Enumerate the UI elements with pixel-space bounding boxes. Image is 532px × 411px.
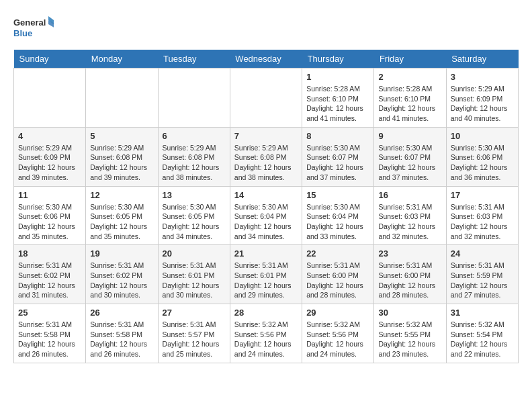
calendar-cell <box>158 68 230 128</box>
calendar-cell: 4Sunrise: 5:29 AM Sunset: 6:09 PM Daylig… <box>14 127 86 186</box>
calendar-cell: 23Sunrise: 5:31 AM Sunset: 6:00 PM Dayli… <box>374 245 446 304</box>
day-number: 8 <box>306 131 369 141</box>
day-number: 14 <box>234 190 298 200</box>
day-info: Sunrise: 5:30 AM Sunset: 6:04 PM Dayligh… <box>306 202 369 242</box>
calendar-cell: 20Sunrise: 5:31 AM Sunset: 6:01 PM Dayli… <box>158 245 230 304</box>
calendar-week-row: 25Sunrise: 5:31 AM Sunset: 5:58 PM Dayli… <box>14 304 519 363</box>
day-number: 19 <box>90 248 153 259</box>
day-info: Sunrise: 5:31 AM Sunset: 6:02 PM Dayligh… <box>18 261 81 300</box>
day-number: 5 <box>90 131 153 141</box>
calendar-week-row: 4Sunrise: 5:29 AM Sunset: 6:09 PM Daylig… <box>14 127 519 186</box>
day-number: 20 <box>163 248 226 259</box>
calendar-cell: 6Sunrise: 5:29 AM Sunset: 6:08 PM Daylig… <box>158 127 230 186</box>
calendar-cell: 19Sunrise: 5:31 AM Sunset: 6:02 PM Dayli… <box>86 245 158 304</box>
day-number: 24 <box>451 248 514 259</box>
day-number: 31 <box>451 308 514 318</box>
calendar-cell: 29Sunrise: 5:32 AM Sunset: 5:56 PM Dayli… <box>302 304 374 363</box>
calendar-table: SundayMondayTuesdayWednesdayThursdayFrid… <box>13 50 519 363</box>
calendar-cell: 10Sunrise: 5:30 AM Sunset: 6:06 PM Dayli… <box>446 127 518 186</box>
day-info: Sunrise: 5:31 AM Sunset: 5:58 PM Dayligh… <box>18 320 81 359</box>
day-number: 9 <box>378 131 441 141</box>
calendar-cell: 12Sunrise: 5:30 AM Sunset: 6:05 PM Dayli… <box>86 186 158 245</box>
day-number: 11 <box>18 190 81 200</box>
weekday-header: Sunday <box>14 50 86 68</box>
calendar-cell: 16Sunrise: 5:31 AM Sunset: 6:03 PM Dayli… <box>374 186 446 245</box>
calendar-cell: 15Sunrise: 5:30 AM Sunset: 6:04 PM Dayli… <box>302 186 374 245</box>
calendar-cell: 17Sunrise: 5:31 AM Sunset: 6:03 PM Dayli… <box>446 186 518 245</box>
day-number: 27 <box>163 308 226 318</box>
weekday-header: Tuesday <box>158 50 230 68</box>
calendar-cell: 14Sunrise: 5:30 AM Sunset: 6:04 PM Dayli… <box>230 186 302 245</box>
day-info: Sunrise: 5:29 AM Sunset: 6:09 PM Dayligh… <box>451 84 514 124</box>
day-number: 13 <box>163 190 226 200</box>
day-number: 12 <box>90 190 153 200</box>
calendar-cell: 28Sunrise: 5:32 AM Sunset: 5:56 PM Dayli… <box>230 304 302 363</box>
calendar-cell: 22Sunrise: 5:31 AM Sunset: 6:00 PM Dayli… <box>302 245 374 304</box>
calendar-cell: 11Sunrise: 5:30 AM Sunset: 6:06 PM Dayli… <box>14 186 86 245</box>
day-number: 4 <box>18 131 81 141</box>
calendar-cell: 1Sunrise: 5:28 AM Sunset: 6:10 PM Daylig… <box>302 68 374 128</box>
day-number: 30 <box>378 308 441 318</box>
calendar-cell: 31Sunrise: 5:32 AM Sunset: 5:54 PM Dayli… <box>446 304 518 363</box>
weekday-header: Thursday <box>302 50 374 68</box>
day-info: Sunrise: 5:31 AM Sunset: 5:57 PM Dayligh… <box>163 320 226 359</box>
weekday-header: Monday <box>86 50 158 68</box>
day-info: Sunrise: 5:31 AM Sunset: 6:03 PM Dayligh… <box>378 202 441 242</box>
day-info: Sunrise: 5:31 AM Sunset: 6:02 PM Dayligh… <box>90 261 153 300</box>
day-info: Sunrise: 5:31 AM Sunset: 6:01 PM Dayligh… <box>234 261 298 300</box>
day-info: Sunrise: 5:30 AM Sunset: 6:07 PM Dayligh… <box>378 143 441 183</box>
logo: General Blue <box>13 13 54 43</box>
day-info: Sunrise: 5:31 AM Sunset: 5:59 PM Dayligh… <box>451 261 514 300</box>
calendar-week-row: 1Sunrise: 5:28 AM Sunset: 6:10 PM Daylig… <box>14 68 519 128</box>
day-info: Sunrise: 5:30 AM Sunset: 6:05 PM Dayligh… <box>90 202 153 242</box>
day-number: 18 <box>18 248 81 259</box>
calendar-cell: 18Sunrise: 5:31 AM Sunset: 6:02 PM Dayli… <box>14 245 86 304</box>
weekday-header-row: SundayMondayTuesdayWednesdayThursdayFrid… <box>14 50 519 68</box>
day-number: 22 <box>306 248 369 259</box>
day-number: 25 <box>18 308 81 318</box>
day-info: Sunrise: 5:31 AM Sunset: 6:00 PM Dayligh… <box>378 261 441 300</box>
day-info: Sunrise: 5:31 AM Sunset: 6:00 PM Dayligh… <box>306 261 369 300</box>
day-info: Sunrise: 5:30 AM Sunset: 6:07 PM Dayligh… <box>306 143 369 183</box>
day-number: 2 <box>378 72 441 82</box>
weekday-header: Saturday <box>446 50 518 68</box>
calendar-cell <box>230 68 302 128</box>
calendar-cell: 25Sunrise: 5:31 AM Sunset: 5:58 PM Dayli… <box>14 304 86 363</box>
calendar-week-row: 11Sunrise: 5:30 AM Sunset: 6:06 PM Dayli… <box>14 186 519 245</box>
day-info: Sunrise: 5:30 AM Sunset: 6:05 PM Dayligh… <box>163 202 226 242</box>
day-number: 17 <box>451 190 514 200</box>
day-info: Sunrise: 5:31 AM Sunset: 6:03 PM Dayligh… <box>451 202 514 242</box>
day-info: Sunrise: 5:32 AM Sunset: 5:54 PM Dayligh… <box>451 320 514 359</box>
day-number: 23 <box>378 248 441 259</box>
day-info: Sunrise: 5:32 AM Sunset: 5:55 PM Dayligh… <box>378 320 441 359</box>
day-info: Sunrise: 5:29 AM Sunset: 6:08 PM Dayligh… <box>234 143 298 183</box>
calendar-cell: 7Sunrise: 5:29 AM Sunset: 6:08 PM Daylig… <box>230 127 302 186</box>
day-info: Sunrise: 5:30 AM Sunset: 6:06 PM Dayligh… <box>18 202 81 242</box>
page-header: General Blue <box>13 13 519 43</box>
calendar-cell: 27Sunrise: 5:31 AM Sunset: 5:57 PM Dayli… <box>158 304 230 363</box>
day-info: Sunrise: 5:32 AM Sunset: 5:56 PM Dayligh… <box>306 320 369 359</box>
svg-text:General: General <box>13 17 46 28</box>
calendar-cell: 30Sunrise: 5:32 AM Sunset: 5:55 PM Dayli… <box>374 304 446 363</box>
calendar-cell: 21Sunrise: 5:31 AM Sunset: 6:01 PM Dayli… <box>230 245 302 304</box>
day-info: Sunrise: 5:32 AM Sunset: 5:56 PM Dayligh… <box>234 320 298 359</box>
calendar-cell <box>86 68 158 128</box>
day-number: 28 <box>234 308 298 318</box>
day-number: 10 <box>451 131 514 141</box>
weekday-header: Friday <box>374 50 446 68</box>
day-number: 26 <box>90 308 153 318</box>
day-number: 21 <box>234 248 298 259</box>
calendar-cell: 9Sunrise: 5:30 AM Sunset: 6:07 PM Daylig… <box>374 127 446 186</box>
day-info: Sunrise: 5:30 AM Sunset: 6:04 PM Dayligh… <box>234 202 298 242</box>
day-number: 29 <box>306 308 369 318</box>
day-info: Sunrise: 5:30 AM Sunset: 6:06 PM Dayligh… <box>451 143 514 183</box>
day-number: 6 <box>163 131 226 141</box>
day-info: Sunrise: 5:29 AM Sunset: 6:08 PM Dayligh… <box>163 143 226 183</box>
day-info: Sunrise: 5:29 AM Sunset: 6:08 PM Dayligh… <box>90 143 153 183</box>
calendar-cell: 2Sunrise: 5:28 AM Sunset: 6:10 PM Daylig… <box>374 68 446 128</box>
svg-text:Blue: Blue <box>13 28 32 38</box>
day-info: Sunrise: 5:28 AM Sunset: 6:10 PM Dayligh… <box>306 84 369 124</box>
calendar-cell: 3Sunrise: 5:29 AM Sunset: 6:09 PM Daylig… <box>446 68 518 128</box>
day-info: Sunrise: 5:28 AM Sunset: 6:10 PM Dayligh… <box>378 84 441 124</box>
calendar-cell: 24Sunrise: 5:31 AM Sunset: 5:59 PM Dayli… <box>446 245 518 304</box>
